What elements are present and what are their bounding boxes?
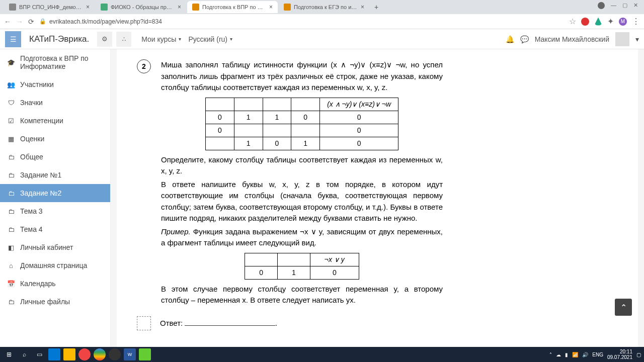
forward-button[interactable]: →	[16, 18, 23, 26]
ext-icon-1[interactable]	[581, 18, 589, 26]
new-tab-button[interactable]: +	[370, 3, 382, 11]
tab-favicon	[192, 4, 199, 11]
explorer-icon[interactable]	[63, 348, 75, 360]
search-icon[interactable]: ⌕	[18, 348, 30, 360]
sidebar-item[interactable]: 👥Участники	[0, 75, 110, 94]
sidebar-item-icon: ◧	[7, 244, 15, 251]
chrome-icon[interactable]	[94, 348, 106, 360]
battery-icon[interactable]: ▮	[565, 352, 568, 357]
opera-icon[interactable]	[78, 348, 91, 360]
my-courses-menu[interactable]: Мои курсы	[141, 35, 181, 43]
sidebar-item[interactable]: ☑Компетенции	[0, 112, 110, 130]
sidebar-item[interactable]: 📅Календарь	[0, 275, 110, 293]
clock[interactable]: 20:11 09.07.2021	[607, 349, 632, 360]
sidebar-item-label: Домашняя страница	[20, 261, 87, 269]
task-p2: Определите, какому столбцу таблицы соотв…	[161, 154, 443, 177]
tab-close-icon[interactable]: ×	[361, 4, 364, 11]
notifications-icon[interactable]: 🔔	[506, 35, 514, 43]
brand[interactable]: КАТиП-Эврика.	[25, 34, 93, 44]
browser-tab[interactable]: ФИОКО - Образцы проверочн×	[96, 1, 186, 13]
tab-title: ВПР СПО_ИНФ_демо_зав.курс	[19, 4, 83, 10]
sidebar-item-label: Участники	[20, 80, 54, 88]
browser-tab[interactable]: Подготовка к ВПР по Информа×	[187, 1, 278, 13]
avatar[interactable]	[615, 32, 629, 46]
customize-icon[interactable]: ⚙	[97, 32, 112, 47]
url-bar[interactable]: 🔒 evrikateach.tk/mod/page/view.php?id=83…	[39, 18, 564, 25]
browser-tab[interactable]: ВПР СПО_ИНФ_демо_зав.курс×	[4, 1, 95, 13]
word-icon[interactable]: W	[124, 348, 136, 360]
sidebar-item[interactable]: 🎓Подготовка к ВПР по Информатике	[0, 49, 110, 75]
sidebar-item[interactable]: 🗀Задание №1	[0, 166, 110, 184]
reload-button[interactable]: ⟳	[28, 18, 34, 26]
messages-icon[interactable]: 💬	[520, 35, 529, 43]
sitemap-icon[interactable]: ⛬	[116, 32, 131, 47]
browser-tab[interactable]: Подготовка к ЕГЭ по информат×	[279, 1, 369, 13]
lang-indicator[interactable]: ENG	[592, 352, 603, 357]
app-icon[interactable]	[139, 348, 151, 360]
tab-close-icon[interactable]: ×	[178, 4, 181, 11]
sidebar-item[interactable]: 🗀Личные файлы	[0, 293, 110, 311]
sidebar-item-label: Оценки	[20, 135, 44, 143]
onedrive-icon[interactable]: ☁	[556, 352, 561, 357]
star-icon[interactable]: ☆	[569, 17, 576, 26]
obs-icon[interactable]	[109, 348, 121, 360]
window-close[interactable]: ✕	[633, 2, 638, 9]
sidebar-item[interactable]: 🛡Значки	[0, 94, 110, 112]
answer-checkbox[interactable]	[137, 316, 151, 330]
back-button[interactable]: ←	[4, 18, 11, 26]
sidebar-item[interactable]: 🗀Тема 4	[0, 220, 110, 238]
notifications-tray[interactable]: ▢	[636, 352, 641, 357]
user-menu-caret[interactable]: ▾	[635, 35, 639, 43]
address-bar: ← → ⟳ 🔒 evrikateach.tk/mod/page/view.php…	[0, 14, 644, 29]
profile-avatar[interactable]: M	[619, 18, 627, 26]
profile-icon[interactable]	[598, 2, 605, 9]
tab-close-icon[interactable]: ×	[269, 4, 273, 11]
edge-icon[interactable]	[48, 348, 60, 360]
sidebar-item-icon: 🗀	[7, 171, 15, 179]
sidebar-item-label: Личный кабинет	[20, 243, 73, 251]
sidebar-item-label: Задание №2	[20, 189, 61, 197]
tab-title: Подготовка к ВПР по Информа	[202, 4, 266, 10]
window-maximize[interactable]: ▢	[622, 2, 627, 9]
sidebar-item-label: Общее	[20, 153, 43, 161]
lock-icon: 🔒	[39, 18, 46, 25]
sidebar-item-label: Компетенции	[20, 117, 63, 125]
sidebar-item[interactable]: 🗀Общее	[0, 148, 110, 166]
start-button[interactable]: ⊞	[3, 348, 15, 360]
tab-title: ФИОКО - Образцы проверочн	[111, 4, 175, 10]
sidebar-item[interactable]: ▦Оценки	[0, 130, 110, 148]
moodle-header: ☰ КАТиП-Эврика. ⚙ ⛬ Мои курсы Русский (r…	[0, 29, 644, 49]
sidebar-item-label: Тема 4	[20, 225, 43, 233]
sidebar-item-icon: ☑	[7, 117, 15, 125]
task-p1: Миша заполнял таблицу истинности функции…	[161, 59, 443, 94]
tab-favicon	[9, 4, 16, 11]
truth-table-1: (x ∧ ¬y)∨ (x≡z)∨ ¬w 01100001010	[205, 98, 398, 150]
hamburger-menu[interactable]: ☰	[5, 31, 21, 47]
window-minimize[interactable]: —	[611, 2, 616, 9]
sidebar-item[interactable]: ◧Личный кабинет	[0, 238, 110, 256]
user-name[interactable]: Максим Михайловский	[535, 35, 609, 43]
volume-icon[interactable]: 🔊	[582, 352, 588, 357]
sidebar-item-label: Календарь	[20, 280, 56, 288]
tray-chevron[interactable]: ˄	[549, 352, 552, 357]
wifi-icon[interactable]: 📶	[572, 352, 578, 357]
menu-icon[interactable]: ⋮	[632, 17, 640, 26]
sidebar-item-label: Значки	[20, 99, 43, 107]
tab-close-icon[interactable]: ×	[86, 4, 90, 11]
sidebar-item[interactable]: 🗀Задание №2	[0, 184, 110, 202]
sidebar-item[interactable]: ⌂Домашняя страница	[0, 256, 110, 275]
sidebar-item-icon: 🗀	[7, 298, 15, 306]
sidebar-item-label: Задание №1	[20, 171, 61, 179]
language-menu[interactable]: Русский (ru)	[188, 35, 232, 43]
task-view-icon[interactable]: ▭	[33, 348, 45, 360]
ext-icon-2[interactable]	[594, 18, 602, 26]
scroll-top-button[interactable]: ⌃	[615, 299, 632, 316]
answer-label: Ответ: .	[160, 319, 277, 328]
tab-favicon	[284, 4, 291, 11]
sidebar: 🎓Подготовка к ВПР по Информатике👥Участни…	[0, 49, 111, 347]
extensions-icon[interactable]: ✦	[607, 17, 614, 26]
sidebar-item[interactable]: 🗀Тема 3	[0, 202, 110, 220]
task-number: 2	[137, 59, 151, 73]
truth-table-2: ¬x ∨ y 010	[245, 253, 359, 280]
sidebar-item-icon: 🎓	[7, 59, 15, 66]
